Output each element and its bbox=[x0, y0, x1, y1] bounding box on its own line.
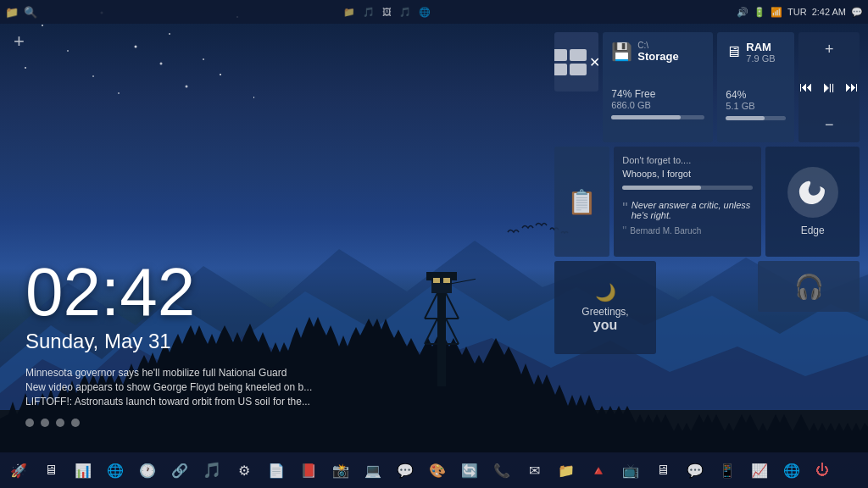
headphone-tile[interactable]: 🎧 bbox=[758, 261, 860, 312]
news-dots bbox=[25, 419, 520, 427]
topbar-left-icons: 📁 🔍 bbox=[5, 6, 37, 19]
topbar-center: 📁 🎵 🖼 🎵 🌐 bbox=[37, 7, 737, 18]
tiles-row-3: 🌙 Greetings, you 🎧 bbox=[554, 261, 860, 354]
quote-tile[interactable]: Don't forget to.... Whoops, I forgot " N… bbox=[614, 147, 761, 257]
activity-monitor-button[interactable]: 📊 bbox=[68, 455, 98, 485]
wifi-icon: 📶 bbox=[771, 7, 782, 18]
file-manager-icon[interactable]: 📁 bbox=[5, 6, 19, 19]
greetings-text: Greetings, you bbox=[581, 306, 628, 333]
news-feed: Minnesota governor says he'll mobilize f… bbox=[25, 367, 520, 410]
edge-tile[interactable]: Edge bbox=[765, 147, 860, 257]
pdf-button[interactable]: 📕 bbox=[293, 455, 324, 485]
ram-header: 🖥 RAM 7.9 GB bbox=[726, 41, 786, 64]
media-tile[interactable]: + ⏮ ⏯ ⏭ − bbox=[798, 32, 860, 142]
news-item-2[interactable]: New video appears to show George Floyd b… bbox=[25, 381, 520, 393]
greetings-tile[interactable]: 🌙 Greetings, you bbox=[554, 261, 656, 354]
edge-title: Edge bbox=[801, 225, 825, 236]
storage-free-gb: 686.0 GB bbox=[611, 100, 704, 110]
media-controls: ⏮ ⏯ ⏭ bbox=[799, 79, 859, 97]
github-button[interactable]: 🔗 bbox=[164, 455, 195, 485]
dont-forget-content: Whoops, I forgot bbox=[622, 169, 753, 179]
news-item-1[interactable]: Minnesota governor says he'll mobilize f… bbox=[25, 367, 520, 379]
add-widget-button[interactable]: + bbox=[14, 30, 25, 53]
calc-grid: ✕ bbox=[554, 49, 598, 75]
volume-up-button[interactable]: + bbox=[825, 41, 834, 58]
browser-button[interactable]: 🌐 bbox=[100, 455, 131, 485]
tiles-row-1: ✕ 💾 C:\ Storage 74% Free 686.0 GB bbox=[554, 32, 860, 142]
left-panel: 02:42 Sunday, May 31 Minnesota governor … bbox=[0, 24, 546, 452]
date-widget: Sunday, May 31 bbox=[25, 330, 520, 353]
start-button[interactable]: 🚀 bbox=[3, 455, 34, 485]
analytics-button[interactable]: 📈 bbox=[744, 455, 775, 485]
whatsapp2-button[interactable]: 💬 bbox=[680, 455, 710, 485]
ram-total: 7.9 GB bbox=[746, 53, 775, 64]
active-window-icons: 📁 🎵 🖼 🎵 🌐 bbox=[343, 7, 431, 18]
volume-down-button[interactable]: − bbox=[825, 116, 834, 134]
dot-4[interactable] bbox=[71, 419, 80, 427]
history-button[interactable]: 🕐 bbox=[132, 455, 163, 485]
tv-button[interactable]: 📺 bbox=[615, 455, 646, 485]
taskbar-left: 🚀 🖥 📊 🌐 🕐 🔗 🎵 ⚙ 📄 📕 📸 💻 💬 🎨 🔄 📞 ✉ 📁 🔺 📺 … bbox=[3, 455, 807, 485]
ram-used-gb: 5.1 GB bbox=[726, 101, 786, 111]
dot-2[interactable] bbox=[41, 419, 49, 427]
ram-progress bbox=[726, 116, 764, 120]
storage-title: Storage bbox=[637, 50, 678, 63]
instagram-button[interactable]: 📸 bbox=[326, 455, 356, 485]
quote-mark: " Never answer a critic, unless he's rig… bbox=[622, 200, 753, 220]
notes-icon: 📋 bbox=[567, 188, 597, 216]
quote-text: Never answer a critic, unless he's right… bbox=[632, 200, 754, 220]
right-panel: ✕ 💾 C:\ Storage 74% Free 686.0 GB bbox=[546, 24, 868, 452]
moon-icon: 🌙 bbox=[595, 282, 616, 302]
whatsapp-button[interactable]: 💬 bbox=[390, 455, 420, 485]
edge-button[interactable]: 🌐 bbox=[776, 455, 807, 485]
storage-progress bbox=[611, 115, 680, 119]
photoshop-button[interactable]: 🎨 bbox=[422, 455, 453, 485]
ram-icon: 🖥 bbox=[726, 43, 741, 61]
vlc-button[interactable]: 🔺 bbox=[583, 455, 614, 485]
refresh-button[interactable]: 🔄 bbox=[454, 455, 485, 485]
dont-forget-title: Don't forget to.... bbox=[622, 155, 753, 165]
next-button[interactable]: ⏭ bbox=[845, 80, 859, 95]
notification-icon[interactable]: 💬 bbox=[851, 7, 863, 18]
tiles-row-2: 📋 Don't forget to.... Whoops, I forgot "… bbox=[554, 147, 860, 257]
news-item-3[interactable]: LIFTOFF!: Astronauts launch toward orbit… bbox=[25, 396, 520, 408]
play-pause-button[interactable]: ⏯ bbox=[821, 79, 837, 97]
battery-icon: 🔋 bbox=[754, 7, 765, 18]
notes-tile[interactable]: 📋 bbox=[554, 147, 609, 257]
storage-progress-bg bbox=[611, 115, 704, 119]
ram-tile[interactable]: 🖥 RAM 7.9 GB 64% 5.1 GB bbox=[717, 32, 794, 142]
monitor-button[interactable]: 🖥 bbox=[648, 455, 678, 485]
quote-author: Bernard M. Baruch bbox=[630, 226, 701, 236]
main-content: 02:42 Sunday, May 31 Minnesota governor … bbox=[0, 24, 868, 452]
edge-logo bbox=[787, 167, 838, 218]
headphone-icon: 🎧 bbox=[794, 273, 824, 301]
mail-button[interactable]: ✉ bbox=[519, 455, 549, 485]
dot-3[interactable] bbox=[56, 419, 64, 427]
settings-button[interactable]: ⚙ bbox=[229, 455, 259, 485]
mobile-button[interactable]: 📱 bbox=[712, 455, 743, 485]
storage-icon: 💾 bbox=[611, 42, 632, 62]
system-tray: 🔊 🔋 📶 TUR 2:42 AM 💬 bbox=[737, 7, 863, 18]
notes-progress bbox=[622, 186, 700, 190]
terminal-button[interactable]: 💻 bbox=[358, 455, 388, 485]
quote-author-row: " Bernard M. Baruch bbox=[622, 224, 753, 237]
volume-icon[interactable]: 🔊 bbox=[737, 7, 748, 18]
storage-tile[interactable]: 💾 C:\ Storage 74% Free 686.0 GB bbox=[603, 32, 713, 142]
ram-used-percent: 64% bbox=[726, 89, 786, 101]
storage-free-percent: 74% Free bbox=[611, 88, 704, 100]
file-explorer-button[interactable]: 🖥 bbox=[36, 455, 66, 485]
dot-1[interactable] bbox=[25, 419, 34, 427]
clock-widget: 02:42 bbox=[25, 258, 520, 326]
folder-button[interactable]: 📁 bbox=[551, 455, 581, 485]
office-button[interactable]: 📄 bbox=[261, 455, 292, 485]
search-icon[interactable]: 🔍 bbox=[24, 6, 37, 19]
calculator-tile[interactable]: ✕ bbox=[554, 32, 598, 92]
spotify-button[interactable]: 🎵 bbox=[197, 455, 227, 485]
skype-button[interactable]: 📞 bbox=[487, 455, 517, 485]
prev-button[interactable]: ⏮ bbox=[799, 80, 813, 95]
calc-btn bbox=[570, 64, 587, 75]
power-button[interactable]: ⏻ bbox=[807, 455, 837, 485]
topbar: 📁 🔍 📁 🎵 🖼 🎵 🌐 🔊 🔋 📶 TUR 2:42 AM 💬 bbox=[0, 0, 868, 24]
ram-title: RAM bbox=[746, 41, 775, 53]
language-indicator: TUR bbox=[787, 7, 807, 17]
